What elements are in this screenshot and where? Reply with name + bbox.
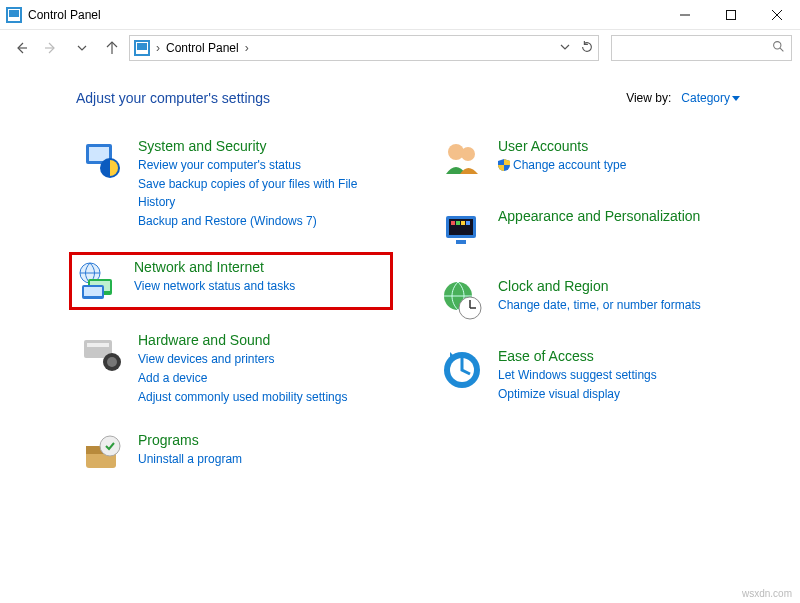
- category-link[interactable]: Let Windows suggest settings: [498, 366, 657, 385]
- address-dropdown-icon[interactable]: [560, 41, 570, 55]
- category-link[interactable]: Save backup copies of your files with Fi…: [138, 175, 382, 212]
- category-link[interactable]: Uninstall a program: [138, 450, 242, 469]
- search-input[interactable]: [618, 40, 772, 56]
- left-column: System and Security Review your computer…: [76, 134, 386, 498]
- ease-of-access-icon: [440, 348, 484, 392]
- category-title[interactable]: User Accounts: [498, 138, 626, 154]
- programs-icon: [80, 432, 124, 476]
- svg-point-13: [774, 42, 781, 49]
- svg-point-31: [461, 147, 475, 161]
- address-bar[interactable]: › Control Panel ›: [129, 35, 599, 61]
- svg-rect-4: [727, 10, 736, 19]
- svg-rect-34: [451, 221, 455, 225]
- category-link[interactable]: Review your computer's status: [138, 156, 382, 175]
- back-button[interactable]: [8, 34, 34, 62]
- forward-button[interactable]: [38, 34, 64, 62]
- svg-point-29: [100, 436, 120, 456]
- category-hardware-sound: Hardware and Sound View devices and prin…: [76, 328, 386, 410]
- user-accounts-icon: [440, 138, 484, 182]
- window-controls: [662, 0, 800, 30]
- category-title[interactable]: Programs: [138, 432, 242, 448]
- svg-rect-35: [456, 221, 460, 225]
- recent-locations-button[interactable]: [69, 34, 95, 62]
- category-title[interactable]: Hardware and Sound: [138, 332, 347, 348]
- category-clock-region: Clock and Region Change date, time, or n…: [436, 274, 746, 326]
- category-title[interactable]: Ease of Access: [498, 348, 657, 364]
- category-network-internet: Network and Internet View network status…: [69, 252, 393, 310]
- category-link[interactable]: Change date, time, or number formats: [498, 296, 701, 315]
- category-link[interactable]: Add a device: [138, 369, 347, 388]
- svg-rect-37: [466, 221, 470, 225]
- hardware-sound-icon: [80, 332, 124, 376]
- system-security-icon: [80, 138, 124, 182]
- category-programs: Programs Uninstall a program: [76, 428, 386, 480]
- svg-rect-38: [456, 240, 466, 244]
- svg-rect-24: [87, 343, 109, 347]
- view-by-dropdown[interactable]: Category: [681, 91, 740, 105]
- category-system-security: System and Security Review your computer…: [76, 134, 386, 234]
- caret-down-icon: [732, 96, 740, 101]
- clock-region-icon: [440, 278, 484, 322]
- maximize-button[interactable]: [708, 0, 754, 30]
- right-column: User Accounts Change account type: [436, 134, 746, 498]
- content-area: Adjust your computer's settings View by:…: [0, 66, 800, 498]
- svg-rect-12: [137, 43, 147, 50]
- view-by-label: View by:: [626, 91, 671, 105]
- network-internet-icon: [76, 259, 120, 303]
- chevron-right-icon[interactable]: ›: [156, 41, 160, 55]
- category-title[interactable]: Appearance and Personalization: [498, 208, 700, 224]
- svg-rect-22: [84, 287, 102, 296]
- category-title[interactable]: System and Security: [138, 138, 382, 154]
- window-title: Control Panel: [28, 8, 101, 22]
- svg-line-14: [780, 48, 783, 51]
- category-appearance: Appearance and Personalization: [436, 204, 746, 256]
- minimize-button[interactable]: [662, 0, 708, 30]
- close-button[interactable]: [754, 0, 800, 30]
- page-title: Adjust your computer's settings: [76, 90, 270, 106]
- search-icon[interactable]: [772, 40, 785, 56]
- category-link[interactable]: Change account type: [498, 156, 626, 175]
- breadcrumb-icon: [134, 40, 150, 56]
- appearance-icon: [440, 208, 484, 252]
- category-link[interactable]: Adjust commonly used mobility settings: [138, 388, 347, 407]
- up-button[interactable]: [99, 34, 125, 62]
- control-panel-icon: [6, 7, 22, 23]
- watermark: wsxdn.com: [742, 588, 792, 599]
- chevron-right-icon[interactable]: ›: [245, 41, 249, 55]
- category-title[interactable]: Clock and Region: [498, 278, 701, 294]
- category-link[interactable]: View devices and printers: [138, 350, 347, 369]
- breadcrumb-root[interactable]: Control Panel: [166, 41, 239, 55]
- search-box[interactable]: [611, 35, 792, 61]
- svg-point-26: [107, 357, 117, 367]
- category-link[interactable]: View network status and tasks: [134, 277, 295, 296]
- navbar: › Control Panel ›: [0, 30, 800, 66]
- svg-rect-36: [461, 221, 465, 225]
- svg-rect-2: [9, 10, 19, 17]
- uac-shield-icon: [498, 158, 510, 170]
- view-by-control: View by: Category: [626, 91, 740, 105]
- category-link[interactable]: Backup and Restore (Windows 7): [138, 212, 382, 231]
- category-link[interactable]: Optimize visual display: [498, 385, 657, 404]
- category-title[interactable]: Network and Internet: [134, 259, 295, 275]
- refresh-button[interactable]: [580, 40, 594, 57]
- category-user-accounts: User Accounts Change account type: [436, 134, 746, 186]
- category-ease-of-access: Ease of Access Let Windows suggest setti…: [436, 344, 746, 407]
- titlebar: Control Panel: [0, 0, 800, 30]
